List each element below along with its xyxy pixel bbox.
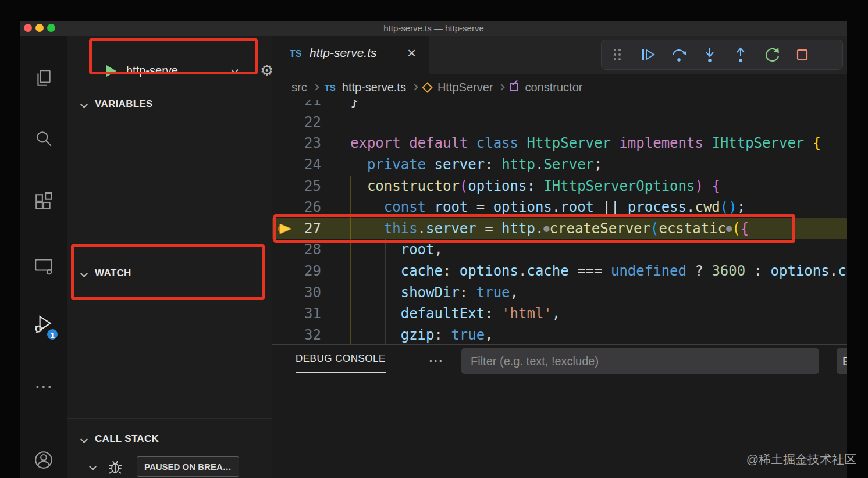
watch-expression-root[interactable]: root: '/Users/… [67,287,272,312]
tab-title: http-serve.ts [310,46,377,60]
chevron-down-icon [80,101,88,108]
code-line-30[interactable]: 30 showDir: true, [272,281,847,303]
breadcrumb-method[interactable]: constructor [525,81,582,94]
code-text: } [321,100,358,109]
paused-on-breakpoint-badge: PAUSED ON BREA… [137,456,239,477]
zoom-window-button[interactable] [47,24,55,32]
breadcrumb: src TS http-serve.ts HttpServer construc… [272,74,847,100]
code-line-23[interactable]: 23export default class HttpServer implem… [272,133,847,154]
line-number: 25 [300,178,321,194]
paused-breakpoint-icon[interactable] [272,218,300,240]
code-text: showDir: true, [321,284,518,301]
code-line-29[interactable]: 29 cache: options.cache === undefined ? … [272,261,847,282]
extensions-icon[interactable] [34,192,54,212]
code-text: private server: http.Server; [321,156,603,173]
search-icon[interactable] [34,129,54,149]
code-text: defaultExt: 'html', [321,305,560,322]
breakpoint-gutter[interactable] [272,197,300,218]
call-stack-section-header[interactable]: CALL STACK [67,431,272,449]
variable-root[interactable]: root: '/Users/… [67,170,272,196]
more-actions-icon[interactable]: ⋯ [428,352,444,370]
code-editor[interactable]: 21}2223export default class HttpServer i… [272,100,847,344]
code-line-26[interactable]: 26 const root = options.root || process.… [272,197,847,218]
typescript-file-icon: TS [290,49,301,59]
line-number: 23 [300,135,321,151]
breakpoint-gutter[interactable] [272,281,300,303]
remote-explorer-icon[interactable] [34,255,54,275]
tab-debug-console[interactable]: DEBUG CONSOLE [296,353,386,373]
account-icon[interactable] [34,450,54,470]
watermark: @稀土掘金技术社区 [746,451,856,468]
breadcrumb-file[interactable]: http-serve.ts [342,81,406,94]
console-filter-input[interactable] [461,348,819,374]
more-actions-icon[interactable]: ⋯ [34,380,54,392]
continue-button[interactable] [638,45,658,65]
chevron-down-icon[interactable] [231,66,239,74]
restart-button[interactable] [762,45,781,65]
debug-badge: 1 [46,328,59,341]
clipped-edge-button[interactable]: E [837,348,847,374]
window-title: http-serve.ts — http-serve [20,21,847,36]
variables-section-header[interactable]: VARIABLES [67,97,272,114]
chevron-down-icon [80,270,88,277]
breakpoint-gutter[interactable] [272,112,300,133]
code-line-28[interactable]: 28 root, [272,239,847,261]
watch-section-header[interactable]: WATCH [67,266,272,283]
step-into-button[interactable] [700,45,720,65]
debug-sidebar: http-serve ⚙ VARIABLES Local: HttpServer… [67,36,272,478]
launch-config-dropdown[interactable]: http-serve [126,64,178,77]
variable-options[interactable]: options: {root: und… [67,144,272,170]
bug-icon [106,458,124,478]
line-number: 28 [300,241,321,258]
breakpoint-gutter[interactable] [272,324,300,344]
line-number: 26 [300,199,321,215]
breakpoint-gutter[interactable] [272,261,300,282]
breadcrumb-class[interactable]: HttpServer [437,81,493,94]
title-bar[interactable]: http-serve.ts — http-serve [20,21,847,36]
explorer-icon[interactable] [34,68,54,88]
launch-config-row: http-serve ⚙ [67,58,272,85]
tab-http-serve-ts[interactable]: TS http-serve.ts × [272,36,429,74]
step-out-button[interactable] [731,45,750,65]
minimize-window-button[interactable] [35,24,44,32]
start-debug-icon[interactable] [106,65,116,77]
typescript-file-icon: TS [325,83,336,92]
breakpoint-gutter[interactable] [272,175,300,197]
breakpoint-gutter[interactable] [272,100,300,112]
drag-handle-icon[interactable] [607,45,627,65]
breakpoint-gutter[interactable] [272,154,300,176]
stop-button[interactable] [792,45,812,65]
variables-scope-closure[interactable]: Closure [67,223,272,248]
chevron-down-icon [80,436,88,443]
code-text: cache: options.cache === undefined ? 360… [321,263,847,279]
code-line-31[interactable]: 31 defaultExt: 'html', [272,303,847,324]
variables-scope-local[interactable]: Local: HttpServer [67,118,272,144]
variable-this[interactable]: this: HttpServer [67,197,272,222]
code-line-25[interactable]: 25 constructor(options: IHttpServerOptio… [272,175,847,197]
vscode-window: http-serve.ts — http-serve 1 ⋯ [20,21,847,478]
editor-group: TS http-serve.ts × [272,36,847,478]
tab-strip: TS http-serve.ts × [272,36,847,74]
code-text: export default class HttpServer implemen… [321,135,821,151]
code-text: constructor(options: IHttpServerOptions)… [321,178,720,194]
code-line-27[interactable]: 27 this.server = http.●createServer(ecst… [272,218,847,240]
code-line-32[interactable]: 32 gzip: true, [272,324,847,344]
code-line-22[interactable]: 22 [272,112,847,133]
code-line-24[interactable]: 24 private server: http.Server; [272,154,847,176]
close-window-button[interactable] [24,24,32,32]
line-number: 31 [300,305,321,322]
line-number: 22 [300,114,321,130]
debug-session-row[interactable]: PAUSED ON BREA… [67,454,272,478]
breakpoint-gutter[interactable] [272,239,300,261]
chevron-right-icon [499,84,505,90]
activity-bar: 1 ⋯ [20,36,67,478]
code-line-21[interactable]: 21} [272,100,847,112]
breadcrumb-folder[interactable]: src [291,81,307,94]
breakpoint-gutter[interactable] [272,133,300,154]
gear-icon[interactable]: ⚙ [260,62,272,80]
close-tab-icon[interactable]: × [407,44,416,62]
class-symbol-icon [422,82,432,92]
step-over-button[interactable] [669,45,689,65]
breakpoint-gutter[interactable] [272,303,300,324]
line-number: 21 [300,100,321,109]
